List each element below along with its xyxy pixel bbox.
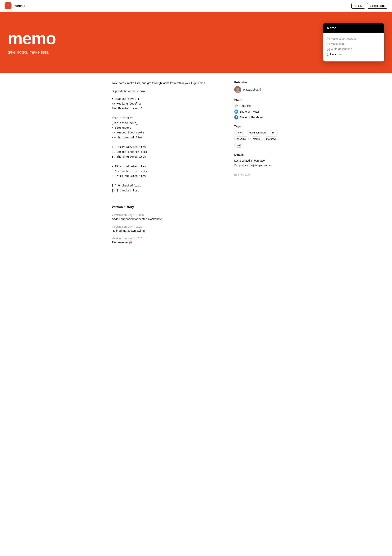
memo-card: Memo [x] Make cover artwork [x] Make ico…: [323, 23, 384, 62]
publisher-name: Maya Mobouré: [243, 88, 261, 91]
main-content: Take notes, make lists, and get through …: [112, 81, 227, 249]
tag-checklist[interactable]: checklist: [234, 137, 249, 141]
share-section: Share Copy link: [234, 98, 280, 119]
publisher-section: Publisher Maya Mobouré: [234, 81, 280, 93]
avatar-image: [234, 86, 241, 93]
tag-list[interactable]: list: [270, 130, 278, 135]
app-logo-icon: m: [5, 2, 11, 9]
memo-card-title: Memo: [323, 23, 384, 33]
edit-page-link[interactable]: Edit this page: [234, 173, 280, 176]
support-email: Support: memo@mayamo.com: [234, 163, 280, 168]
version-2-desc: Refined markdown styling: [112, 229, 227, 232]
version-history-section: Version history Version 3 on May 15, 202…: [112, 205, 227, 244]
install-button[interactable]: ↓ Install 81k: [367, 3, 387, 9]
hero-title: memo: [8, 30, 315, 47]
likes-count: 149: [358, 4, 362, 7]
version-3-label: Version 3 on May 15, 2020: [112, 214, 227, 216]
copy-link-item[interactable]: Copy link: [234, 104, 280, 108]
sidebar: Publisher Maya Mobouré Share: [234, 81, 280, 249]
hero-subtitle: take notes. make lists.: [8, 50, 315, 55]
version-entry-3: Version 3 on May 15, 2020 Added supporte…: [112, 214, 227, 221]
version-history-title: Version history: [112, 205, 227, 209]
version-entry-1: Version 1 on May 2, 2020 First release 🎉: [112, 237, 227, 244]
markdown-block: # Heading level 1 ## Heading level 2 ###…: [112, 96, 227, 193]
version-2-label: Version 2 on May 7, 2020: [112, 225, 227, 228]
details-title: Details: [234, 153, 280, 156]
copy-link-label: Copy link: [240, 104, 251, 108]
version-1-desc: First release 🎉: [112, 241, 227, 244]
tag-notes[interactable]: notes: [234, 130, 245, 135]
header-left: m memo: [5, 2, 25, 9]
tag-memo[interactable]: memo: [250, 137, 262, 141]
tag-mardown[interactable]: mardown: [264, 137, 279, 141]
version-3-desc: Added supported for nested blockquote: [112, 217, 227, 221]
version-entry-2: Version 2 on May 7, 2020 Refined markdow…: [112, 225, 227, 232]
section-divider: [112, 199, 227, 199]
memo-item-4: [ ] Have fun: [327, 53, 381, 56]
tags-title: Tags: [234, 125, 280, 128]
last-updated: Last updated 4 hours ago: [234, 159, 280, 163]
likes-button[interactable]: ♡ 149: [351, 3, 365, 9]
tag-documentation[interactable]: documentation: [247, 130, 268, 135]
memo-item-3: [x] Write description: [327, 47, 381, 51]
install-count: 81k: [380, 4, 384, 7]
svg-point-1: [236, 88, 239, 90]
publisher-title: Publisher: [234, 81, 280, 84]
app-name: memo: [13, 4, 25, 8]
version-1-label: Version 1 on May 2, 2020: [112, 237, 227, 240]
header-right: ♡ 149 ↓ Install 81k: [351, 3, 387, 9]
publisher-row: Maya Mobouré: [234, 86, 280, 93]
hero-right: Memo [x] Make cover artwork [x] Make ico…: [323, 23, 384, 62]
hero-section: memo take notes. make lists. Memo [x] Ma…: [0, 12, 392, 73]
facebook-share-item[interactable]: Share on Facebook: [234, 116, 280, 119]
details-section: Details Last updated 4 hours ago Support…: [234, 153, 280, 168]
hero-left: memo take notes. make lists.: [8, 30, 315, 55]
tag-text[interactable]: text: [234, 143, 243, 148]
install-label: ↓ Install: [370, 4, 379, 7]
tags-container: notes documentation list checklist memo …: [234, 130, 280, 148]
twitter-label: Share on Twitter: [240, 110, 259, 113]
facebook-label: Share on Facebook: [240, 116, 263, 119]
memo-item-1: [x] Make cover artwork: [327, 37, 381, 40]
twitter-icon: [234, 110, 238, 114]
tags-section: Tags notes documentation list checklist …: [234, 125, 280, 148]
link-icon: [234, 104, 238, 108]
page-header: m memo ♡ 149 ↓ Install 81k: [0, 0, 392, 12]
description-1: Take notes, make lists, and get through …: [112, 81, 227, 85]
twitter-share-item[interactable]: Share on Twitter: [234, 110, 280, 114]
facebook-icon: [234, 116, 238, 119]
publisher-avatar: [234, 86, 241, 93]
heart-icon: ♡: [354, 4, 357, 7]
content-wrapper: Take notes, make lists, and get through …: [104, 73, 288, 256]
description-2: Supports basic markdown:: [112, 89, 227, 94]
memo-item-2: [x] Make icon: [327, 42, 381, 45]
memo-card-body: [x] Make cover artwork [x] Make icon [x]…: [323, 33, 384, 62]
share-title: Share: [234, 98, 280, 102]
